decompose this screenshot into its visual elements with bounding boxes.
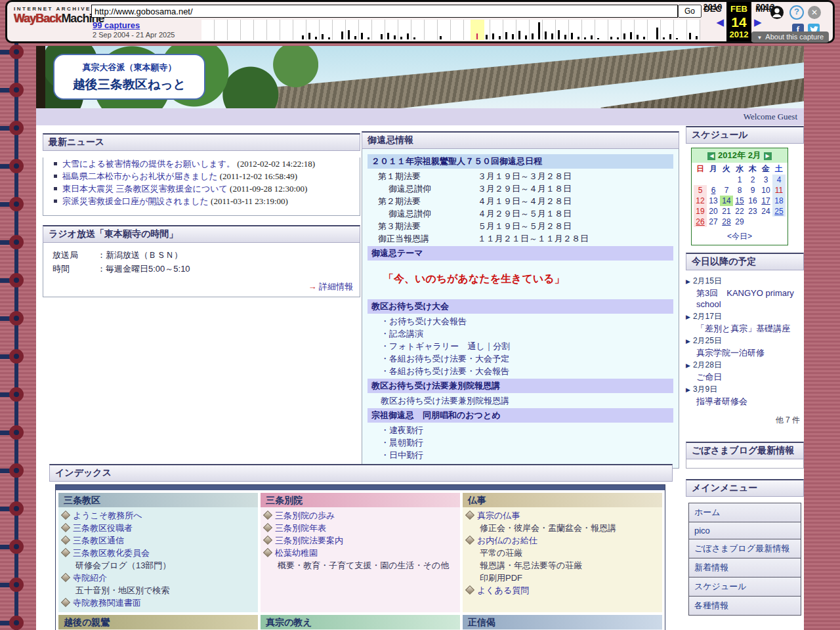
- url-input[interactable]: [91, 5, 678, 18]
- index-item-link[interactable]: 三条教区教化委員会: [73, 548, 150, 558]
- calendar-prev-month-button[interactable]: ◀: [707, 152, 715, 160]
- capture-histogram-bar[interactable]: [381, 34, 383, 39]
- close-toolbar-icon[interactable]: ✕: [808, 6, 821, 19]
- calendar-day[interactable]: 6: [707, 185, 720, 196]
- capture-histogram-bar[interactable]: [387, 33, 389, 39]
- capture-histogram-bar[interactable]: [578, 37, 579, 39]
- index-item-link[interactable]: 三条別院の歩み: [275, 511, 335, 520]
- capture-histogram-bar[interactable]: [413, 37, 415, 39]
- calendar-day[interactable]: 15: [733, 196, 746, 206]
- main-menu-item[interactable]: pico: [688, 522, 801, 539]
- main-menu-item[interactable]: 新着情報: [688, 558, 801, 578]
- radio-detail-link[interactable]: 詳細情報: [319, 282, 353, 291]
- calendar-day[interactable]: 28: [720, 217, 733, 227]
- calendar-day[interactable]: 17: [759, 196, 772, 206]
- profile-icon[interactable]: [770, 5, 784, 20]
- capture-histogram-bar[interactable]: [518, 31, 520, 39]
- goenki-item-link[interactable]: ・お待ち受け大会報告: [381, 316, 467, 326]
- main-menu-item[interactable]: ホーム: [688, 503, 801, 522]
- news-link[interactable]: 福島県二本松市からお礼状が届きました: [62, 171, 217, 181]
- capture-histogram-bar[interactable]: [551, 33, 553, 39]
- capture-histogram-bar[interactable]: [689, 33, 691, 39]
- goenki-item-link[interactable]: 教区お待ち受け法要兼別院報恩講: [381, 396, 509, 406]
- capture-histogram-bar[interactable]: [637, 35, 639, 39]
- index-item-link[interactable]: 寺院紹介: [73, 573, 107, 583]
- capture-histogram-bar[interactable]: [512, 34, 514, 39]
- capture-histogram-bar[interactable]: [348, 30, 350, 39]
- goenki-item-link[interactable]: ・日中勤行: [381, 450, 423, 460]
- news-link[interactable]: 宗派災害救援金口座が開設されました: [62, 196, 209, 206]
- calendar-day[interactable]: 25: [772, 206, 786, 217]
- capture-histogram-bar[interactable]: [571, 33, 573, 39]
- capture-histogram-bar[interactable]: [400, 37, 402, 39]
- index-item-link[interactable]: お内仏のお給仕: [477, 536, 537, 545]
- capture-histogram-bar[interactable]: [597, 38, 599, 39]
- capture-histogram-bar[interactable]: [302, 35, 304, 39]
- goenki-item-link[interactable]: ・各組お待ち受け法要・大会予定: [381, 354, 509, 364]
- capture-histogram-bar[interactable]: [486, 35, 488, 39]
- calendar-today-link[interactable]: <今日>: [727, 232, 752, 241]
- news-link[interactable]: 東日本大震災 三条教区災害救援金について: [62, 184, 228, 194]
- help-icon[interactable]: ?: [789, 5, 804, 20]
- index-item-link[interactable]: 三条別院法要案内: [275, 536, 343, 545]
- upcoming-more-count[interactable]: 他 7 件: [686, 415, 800, 426]
- prev-capture-arrow-icon[interactable]: ◀: [716, 16, 724, 28]
- site-title-plate[interactable]: 真宗大谷派（東本願寺） 越後三条教区ねっと: [53, 54, 205, 100]
- capture-histogram-bar[interactable]: [591, 35, 593, 39]
- capture-histogram-bar[interactable]: [440, 36, 442, 39]
- capture-histogram-bar[interactable]: [623, 33, 625, 39]
- capture-histogram-bar[interactable]: [545, 32, 547, 39]
- capture-histogram-bar[interactable]: [322, 34, 324, 39]
- index-item-link[interactable]: よくある質問: [477, 585, 529, 595]
- main-menu-item[interactable]: ごぼさまブログ最新情報: [688, 539, 801, 558]
- main-menu-item[interactable]: 各種情報: [688, 596, 801, 616]
- upcoming-event-link[interactable]: 真宗学院一泊研修: [696, 347, 804, 358]
- goenki-item-link[interactable]: ・逮夜勤行: [381, 425, 423, 435]
- capture-histogram-bar[interactable]: [308, 33, 310, 39]
- capture-histogram-bar[interactable]: [315, 37, 317, 39]
- capture-histogram-bar[interactable]: [532, 33, 534, 39]
- capture-histogram-bar[interactable]: [663, 37, 665, 39]
- index-item-link[interactable]: 三条教区役職者: [73, 523, 133, 533]
- capture-histogram-bar[interactable]: [676, 38, 678, 39]
- capture-histogram-bar[interactable]: [341, 32, 343, 39]
- capture-histogram-bar[interactable]: [328, 37, 330, 39]
- capture-histogram-bar[interactable]: [564, 35, 566, 39]
- capture-histogram-bar[interactable]: [538, 22, 540, 39]
- capture-histogram-bar[interactable]: [696, 36, 698, 39]
- upcoming-event-link[interactable]: 指導者研修会: [696, 396, 804, 407]
- capture-histogram-bar[interactable]: [361, 33, 363, 39]
- index-item-link[interactable]: 三条別院年表: [275, 523, 326, 533]
- capture-histogram-bar[interactable]: [525, 35, 527, 39]
- goenki-item-link[interactable]: ・記念講演: [381, 329, 423, 339]
- index-item-link[interactable]: 三条教区通信: [73, 536, 124, 545]
- captures-link[interactable]: 99 captures: [93, 20, 140, 30]
- upcoming-event-link[interactable]: ご命日: [696, 371, 804, 383]
- upcoming-event-link[interactable]: 第3回 KANGYO primary school: [696, 287, 804, 310]
- go-button[interactable]: Go: [678, 5, 702, 18]
- upcoming-event-link[interactable]: 「差別と真宗」基礎講座: [696, 323, 804, 334]
- capture-histogram-bar[interactable]: [669, 34, 671, 39]
- goenki-item-link[interactable]: ・各組お待ち受け法要・大会報告: [381, 366, 509, 376]
- prev-year-label[interactable]: 2010: [700, 2, 725, 12]
- capture-histogram-bar[interactable]: [558, 30, 560, 39]
- capture-histogram-bar[interactable]: [368, 37, 369, 39]
- wayback-logo[interactable]: INTERNET ARCHIVE WayBackMachine: [14, 6, 91, 25]
- news-link[interactable]: 大雪による被害情報の提供をお願いします。: [62, 159, 235, 169]
- capture-histogram-bar[interactable]: [617, 37, 619, 39]
- current-capture-highlight[interactable]: [471, 20, 484, 40]
- goenki-item-link[interactable]: ・晨朝勤行: [381, 438, 423, 448]
- index-item-link[interactable]: 真宗の仏事: [477, 511, 520, 520]
- capture-histogram-bar[interactable]: [584, 37, 586, 39]
- about-this-capture-button[interactable]: ▼About this capture: [751, 32, 829, 43]
- capture-timeline[interactable]: [201, 20, 700, 40]
- capture-histogram-bar[interactable]: [610, 37, 612, 39]
- capture-histogram-bar[interactable]: [643, 37, 645, 39]
- capture-histogram-bar[interactable]: [394, 35, 396, 39]
- index-item-link[interactable]: ようこそ教務所へ: [73, 511, 142, 520]
- capture-histogram-bar[interactable]: [499, 36, 501, 39]
- capture-histogram-bar[interactable]: [505, 32, 507, 39]
- calendar-next-month-button[interactable]: ▶: [764, 152, 772, 160]
- capture-histogram-bar[interactable]: [656, 28, 658, 39]
- capture-histogram-bar[interactable]: [630, 32, 632, 39]
